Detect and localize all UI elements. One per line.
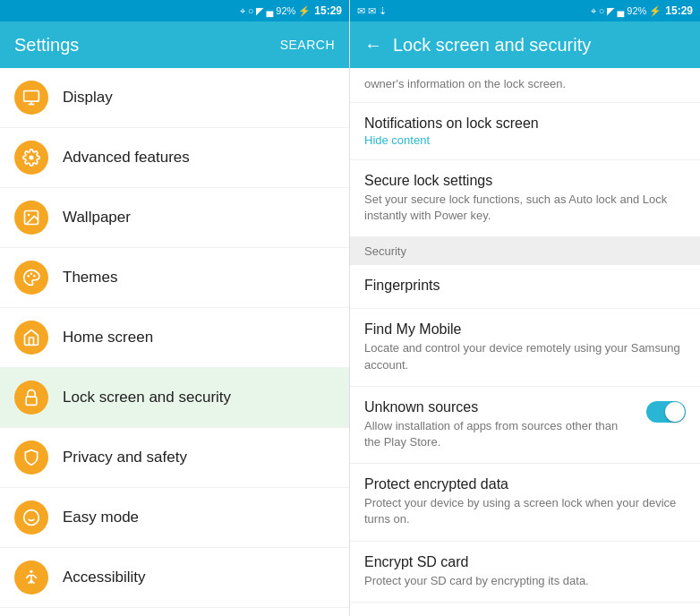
home-icon (14, 321, 48, 355)
left-status-icons: ⌖ ○ ◤ ▄ 92% ⚡ (240, 5, 311, 17)
unknown-sources-toggle[interactable] (646, 401, 686, 423)
left-time: 15:29 (314, 4, 342, 17)
display-label: Display (63, 89, 113, 107)
display-icon (14, 81, 48, 115)
right-panel: ✉ ✉ ⇣ ⌖ ○ ◤ ▄ 92% ⚡ 15:29 ← Lock screen … (350, 0, 700, 616)
toggle-knob (665, 402, 685, 422)
sidebar-item-accounts[interactable]: Accounts (0, 608, 349, 616)
unknown-sources-title: Unknown sources (364, 399, 636, 415)
easy-icon (14, 500, 48, 535)
right-time: 15:29 (665, 4, 693, 17)
svg-point-3 (30, 156, 34, 160)
alarm-icon: ○ (248, 5, 254, 16)
right-signal-icon: ▄ (617, 5, 624, 16)
truncated-item: owner's information on the lock screen. (350, 68, 700, 103)
unknown-sources-text: Unknown sources Allow installation of ap… (364, 399, 636, 450)
secure-lock-desc: Set your secure lock functions, such as … (364, 192, 686, 224)
svg-rect-9 (26, 397, 37, 405)
wallpaper-label: Wallpaper (63, 209, 131, 227)
fingerprints-title: Fingerprints (364, 278, 686, 294)
sidebar-item-lock[interactable]: Lock screen and security (0, 368, 349, 428)
advanced-label: Advanced features (63, 149, 190, 167)
left-panel: ⌖ ○ ◤ ▄ 92% ⚡ 15:29 Settings SEARCH Disp… (0, 0, 350, 616)
themes-icon (14, 261, 48, 295)
truncated-text: owner's information on the lock screen. (364, 77, 566, 90)
svg-point-8 (33, 275, 36, 278)
sidebar-item-advanced[interactable]: Advanced features (0, 128, 349, 188)
find-my-mobile-item[interactable]: Find My Mobile Locate and control your d… (350, 309, 700, 386)
svg-point-10 (24, 510, 39, 526)
find-my-mobile-title: Find My Mobile (364, 321, 686, 338)
battery-text: 92% (276, 5, 295, 16)
bluetooth-icon: ⌖ (240, 5, 245, 17)
sidebar-item-themes[interactable]: Themes (0, 248, 349, 308)
advanced-icon (14, 141, 48, 175)
right-header: ← Lock screen and security (350, 21, 700, 68)
sidebar-item-display[interactable]: Display (0, 68, 349, 128)
unknown-sources-item[interactable]: Unknown sources Allow installation of ap… (350, 387, 700, 464)
charging-icon: ⚡ (298, 5, 311, 17)
accessibility-icon (14, 560, 48, 595)
sidebar-item-wallpaper[interactable]: Wallpaper (0, 188, 349, 248)
security-section-header: Security (350, 237, 700, 265)
easy-label: Easy mode (63, 509, 139, 526)
svg-point-5 (28, 214, 30, 217)
find-my-mobile-desc: Locate and control your device remotely … (364, 340, 686, 372)
notifications-lock-subtitle: Hide content (364, 133, 686, 147)
right-charging-icon: ⚡ (649, 5, 662, 17)
settings-list: Display Advanced features Wallpaper Them… (0, 68, 349, 616)
sidebar-item-easy[interactable]: Easy mode (0, 488, 349, 548)
lock-icon (14, 381, 48, 415)
svg-rect-0 (24, 91, 39, 102)
wallpaper-icon (14, 201, 48, 235)
protect-encrypted-desc: Protect your device by using a screen lo… (364, 495, 686, 527)
encrypt-sd-item[interactable]: Encrypt SD card Protect your SD card by … (350, 542, 700, 603)
left-header: Settings SEARCH (0, 21, 349, 68)
privacy-icon (14, 441, 48, 475)
signal-icon: ▄ (266, 5, 273, 16)
right-status-icons: ⌖ ○ ◤ ▄ 92% ⚡ (591, 5, 662, 17)
sidebar-item-home[interactable]: Home screen (0, 308, 349, 368)
wifi-icon: ◤ (256, 5, 263, 17)
right-alarm-icon: ○ (599, 5, 605, 16)
left-status-bar: ⌖ ○ ◤ ▄ 92% ⚡ 15:29 (0, 0, 349, 21)
sidebar-item-privacy[interactable]: Privacy and safety (0, 428, 349, 488)
secure-lock-item[interactable]: Secure lock settings Set your secure loc… (350, 160, 700, 237)
notifications-lock-title: Notifications on lock screen (364, 116, 686, 132)
svg-point-7 (30, 273, 33, 276)
detail-content: owner's information on the lock screen. … (350, 68, 700, 616)
svg-point-13 (30, 570, 32, 573)
right-header-title: Lock screen and security (393, 35, 686, 56)
encrypt-sd-desc: Protect your SD card by encrypting its d… (364, 573, 686, 589)
privacy-label: Privacy and safety (63, 449, 187, 466)
home-label: Home screen (63, 329, 153, 346)
right-notif-icons: ✉ ✉ ⇣ (357, 5, 387, 17)
secure-lock-title: Secure lock settings (364, 173, 686, 189)
notifications-lock-item[interactable]: Notifications on lock screen Hide conten… (350, 103, 700, 160)
back-button[interactable]: ← (364, 35, 382, 56)
search-button[interactable]: SEARCH (280, 38, 335, 52)
lock-label: Lock screen and security (63, 389, 231, 406)
sidebar-item-accessibility[interactable]: Accessibility (0, 548, 349, 608)
encrypt-sd-title: Encrypt SD card (364, 554, 686, 570)
protect-encrypted-item[interactable]: Protect encrypted data Protect your devi… (350, 464, 700, 541)
svg-point-6 (27, 275, 30, 278)
right-battery-text: 92% (627, 5, 646, 16)
right-wifi-icon: ◤ (607, 5, 614, 17)
right-bluetooth-icon: ⌖ (591, 5, 596, 17)
right-status-bar: ✉ ✉ ⇣ ⌖ ○ ◤ ▄ 92% ⚡ 15:29 (350, 0, 700, 21)
themes-label: Themes (63, 269, 117, 287)
left-header-title: Settings (14, 35, 280, 56)
fingerprints-item[interactable]: Fingerprints (350, 265, 700, 309)
accessibility-label: Accessibility (63, 569, 146, 586)
unknown-sources-desc: Allow installation of apps from sources … (364, 418, 636, 450)
protect-encrypted-title: Protect encrypted data (364, 476, 686, 492)
